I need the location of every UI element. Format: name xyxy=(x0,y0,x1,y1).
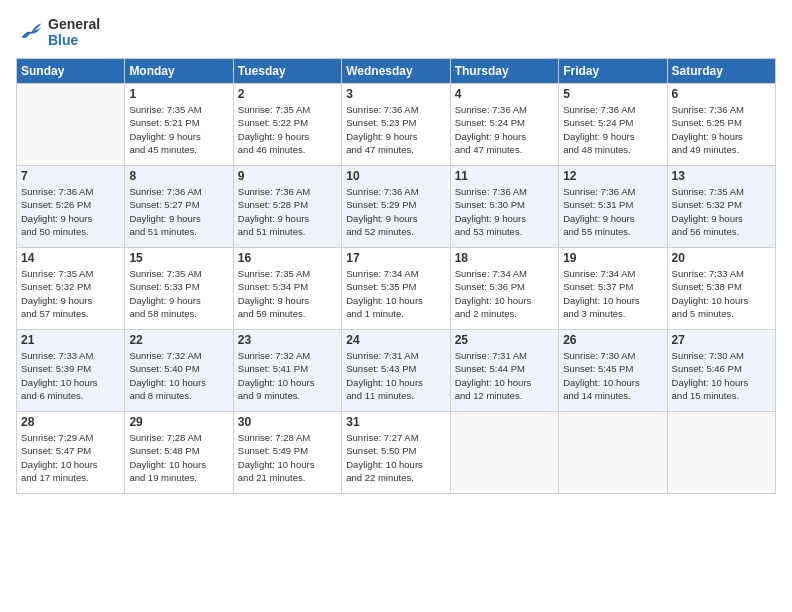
day-info: Sunrise: 7:35 AM Sunset: 5:34 PM Dayligh… xyxy=(238,267,337,320)
logo: General Blue xyxy=(16,16,100,48)
day-number: 24 xyxy=(346,333,445,347)
day-header-sunday: Sunday xyxy=(17,59,125,84)
day-info: Sunrise: 7:35 AM Sunset: 5:21 PM Dayligh… xyxy=(129,103,228,156)
calendar-cell: 31Sunrise: 7:27 AM Sunset: 5:50 PM Dayli… xyxy=(342,412,450,494)
calendar-cell: 2Sunrise: 7:35 AM Sunset: 5:22 PM Daylig… xyxy=(233,84,341,166)
day-info: Sunrise: 7:28 AM Sunset: 5:48 PM Dayligh… xyxy=(129,431,228,484)
calendar-cell: 11Sunrise: 7:36 AM Sunset: 5:30 PM Dayli… xyxy=(450,166,558,248)
day-info: Sunrise: 7:28 AM Sunset: 5:49 PM Dayligh… xyxy=(238,431,337,484)
day-info: Sunrise: 7:36 AM Sunset: 5:27 PM Dayligh… xyxy=(129,185,228,238)
day-info: Sunrise: 7:33 AM Sunset: 5:38 PM Dayligh… xyxy=(672,267,771,320)
day-info: Sunrise: 7:36 AM Sunset: 5:26 PM Dayligh… xyxy=(21,185,120,238)
day-info: Sunrise: 7:32 AM Sunset: 5:40 PM Dayligh… xyxy=(129,349,228,402)
calendar-cell: 16Sunrise: 7:35 AM Sunset: 5:34 PM Dayli… xyxy=(233,248,341,330)
day-number: 17 xyxy=(346,251,445,265)
day-info: Sunrise: 7:35 AM Sunset: 5:32 PM Dayligh… xyxy=(672,185,771,238)
day-info: Sunrise: 7:31 AM Sunset: 5:43 PM Dayligh… xyxy=(346,349,445,402)
day-info: Sunrise: 7:36 AM Sunset: 5:24 PM Dayligh… xyxy=(455,103,554,156)
day-header-monday: Monday xyxy=(125,59,233,84)
calendar-cell xyxy=(450,412,558,494)
day-number: 21 xyxy=(21,333,120,347)
day-number: 2 xyxy=(238,87,337,101)
calendar-cell: 9Sunrise: 7:36 AM Sunset: 5:28 PM Daylig… xyxy=(233,166,341,248)
day-number: 7 xyxy=(21,169,120,183)
day-number: 5 xyxy=(563,87,662,101)
day-info: Sunrise: 7:36 AM Sunset: 5:24 PM Dayligh… xyxy=(563,103,662,156)
calendar-cell: 17Sunrise: 7:34 AM Sunset: 5:35 PM Dayli… xyxy=(342,248,450,330)
calendar-cell: 28Sunrise: 7:29 AM Sunset: 5:47 PM Dayli… xyxy=(17,412,125,494)
calendar-cell: 27Sunrise: 7:30 AM Sunset: 5:46 PM Dayli… xyxy=(667,330,775,412)
day-info: Sunrise: 7:36 AM Sunset: 5:23 PM Dayligh… xyxy=(346,103,445,156)
day-number: 22 xyxy=(129,333,228,347)
day-info: Sunrise: 7:32 AM Sunset: 5:41 PM Dayligh… xyxy=(238,349,337,402)
day-number: 10 xyxy=(346,169,445,183)
calendar-cell: 24Sunrise: 7:31 AM Sunset: 5:43 PM Dayli… xyxy=(342,330,450,412)
day-number: 11 xyxy=(455,169,554,183)
day-header-saturday: Saturday xyxy=(667,59,775,84)
day-number: 4 xyxy=(455,87,554,101)
day-header-friday: Friday xyxy=(559,59,667,84)
calendar-cell: 18Sunrise: 7:34 AM Sunset: 5:36 PM Dayli… xyxy=(450,248,558,330)
calendar-cell: 26Sunrise: 7:30 AM Sunset: 5:45 PM Dayli… xyxy=(559,330,667,412)
day-header-tuesday: Tuesday xyxy=(233,59,341,84)
day-number: 16 xyxy=(238,251,337,265)
day-number: 12 xyxy=(563,169,662,183)
day-info: Sunrise: 7:27 AM Sunset: 5:50 PM Dayligh… xyxy=(346,431,445,484)
day-header-wednesday: Wednesday xyxy=(342,59,450,84)
day-number: 26 xyxy=(563,333,662,347)
calendar-cell xyxy=(17,84,125,166)
day-header-thursday: Thursday xyxy=(450,59,558,84)
day-number: 19 xyxy=(563,251,662,265)
calendar-cell: 25Sunrise: 7:31 AM Sunset: 5:44 PM Dayli… xyxy=(450,330,558,412)
day-info: Sunrise: 7:31 AM Sunset: 5:44 PM Dayligh… xyxy=(455,349,554,402)
page-header: General Blue xyxy=(16,16,776,48)
calendar-cell: 5Sunrise: 7:36 AM Sunset: 5:24 PM Daylig… xyxy=(559,84,667,166)
day-number: 18 xyxy=(455,251,554,265)
day-number: 30 xyxy=(238,415,337,429)
day-info: Sunrise: 7:35 AM Sunset: 5:32 PM Dayligh… xyxy=(21,267,120,320)
calendar-cell: 8Sunrise: 7:36 AM Sunset: 5:27 PM Daylig… xyxy=(125,166,233,248)
day-info: Sunrise: 7:36 AM Sunset: 5:30 PM Dayligh… xyxy=(455,185,554,238)
calendar-cell: 22Sunrise: 7:32 AM Sunset: 5:40 PM Dayli… xyxy=(125,330,233,412)
day-info: Sunrise: 7:30 AM Sunset: 5:46 PM Dayligh… xyxy=(672,349,771,402)
day-number: 31 xyxy=(346,415,445,429)
calendar-week-2: 7Sunrise: 7:36 AM Sunset: 5:26 PM Daylig… xyxy=(17,166,776,248)
calendar-cell: 4Sunrise: 7:36 AM Sunset: 5:24 PM Daylig… xyxy=(450,84,558,166)
day-number: 23 xyxy=(238,333,337,347)
calendar-week-5: 28Sunrise: 7:29 AM Sunset: 5:47 PM Dayli… xyxy=(17,412,776,494)
day-info: Sunrise: 7:34 AM Sunset: 5:35 PM Dayligh… xyxy=(346,267,445,320)
calendar-cell: 19Sunrise: 7:34 AM Sunset: 5:37 PM Dayli… xyxy=(559,248,667,330)
calendar-cell: 21Sunrise: 7:33 AM Sunset: 5:39 PM Dayli… xyxy=(17,330,125,412)
calendar-cell: 10Sunrise: 7:36 AM Sunset: 5:29 PM Dayli… xyxy=(342,166,450,248)
day-info: Sunrise: 7:35 AM Sunset: 5:33 PM Dayligh… xyxy=(129,267,228,320)
day-info: Sunrise: 7:35 AM Sunset: 5:22 PM Dayligh… xyxy=(238,103,337,156)
day-info: Sunrise: 7:36 AM Sunset: 5:25 PM Dayligh… xyxy=(672,103,771,156)
day-number: 25 xyxy=(455,333,554,347)
day-info: Sunrise: 7:30 AM Sunset: 5:45 PM Dayligh… xyxy=(563,349,662,402)
header-row: SundayMondayTuesdayWednesdayThursdayFrid… xyxy=(17,59,776,84)
day-number: 28 xyxy=(21,415,120,429)
day-info: Sunrise: 7:36 AM Sunset: 5:28 PM Dayligh… xyxy=(238,185,337,238)
day-info: Sunrise: 7:34 AM Sunset: 5:36 PM Dayligh… xyxy=(455,267,554,320)
calendar-week-1: 1Sunrise: 7:35 AM Sunset: 5:21 PM Daylig… xyxy=(17,84,776,166)
calendar-cell: 13Sunrise: 7:35 AM Sunset: 5:32 PM Dayli… xyxy=(667,166,775,248)
day-number: 13 xyxy=(672,169,771,183)
day-number: 6 xyxy=(672,87,771,101)
calendar-cell: 23Sunrise: 7:32 AM Sunset: 5:41 PM Dayli… xyxy=(233,330,341,412)
day-number: 3 xyxy=(346,87,445,101)
day-info: Sunrise: 7:36 AM Sunset: 5:29 PM Dayligh… xyxy=(346,185,445,238)
calendar-cell: 15Sunrise: 7:35 AM Sunset: 5:33 PM Dayli… xyxy=(125,248,233,330)
calendar-cell: 3Sunrise: 7:36 AM Sunset: 5:23 PM Daylig… xyxy=(342,84,450,166)
day-number: 29 xyxy=(129,415,228,429)
day-info: Sunrise: 7:33 AM Sunset: 5:39 PM Dayligh… xyxy=(21,349,120,402)
day-number: 15 xyxy=(129,251,228,265)
calendar-cell: 20Sunrise: 7:33 AM Sunset: 5:38 PM Dayli… xyxy=(667,248,775,330)
day-number: 27 xyxy=(672,333,771,347)
calendar-week-4: 21Sunrise: 7:33 AM Sunset: 5:39 PM Dayli… xyxy=(17,330,776,412)
logo-text: General Blue xyxy=(48,16,100,48)
day-info: Sunrise: 7:29 AM Sunset: 5:47 PM Dayligh… xyxy=(21,431,120,484)
day-number: 9 xyxy=(238,169,337,183)
calendar-cell: 29Sunrise: 7:28 AM Sunset: 5:48 PM Dayli… xyxy=(125,412,233,494)
day-info: Sunrise: 7:36 AM Sunset: 5:31 PM Dayligh… xyxy=(563,185,662,238)
day-info: Sunrise: 7:34 AM Sunset: 5:37 PM Dayligh… xyxy=(563,267,662,320)
